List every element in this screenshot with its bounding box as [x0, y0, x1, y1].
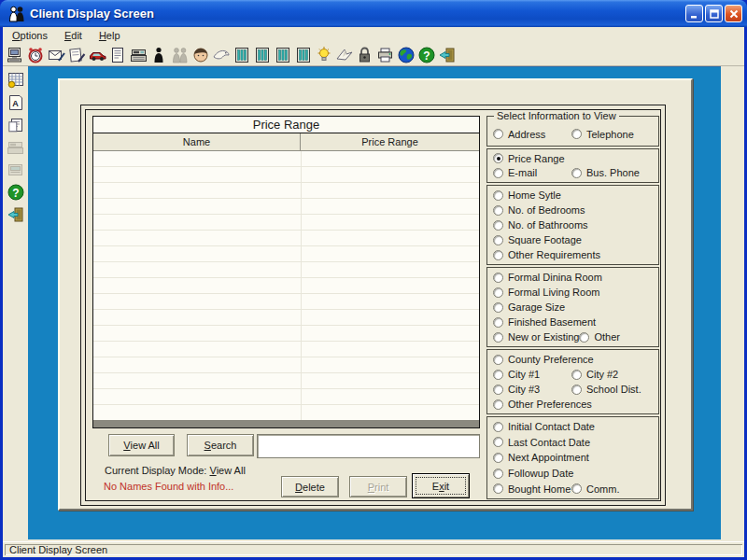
menu-help[interactable]: Help [97, 29, 122, 42]
radio-circle [493, 235, 503, 245]
lock-icon[interactable] [355, 45, 375, 65]
table-row[interactable] [93, 151, 479, 167]
radio-square-footage[interactable]: Square Footage [493, 234, 582, 245]
radio-no-of-bathrooms[interactable]: No. of Bathrooms [493, 219, 588, 231]
document-icon[interactable] [108, 45, 129, 65]
svg-text:?: ? [423, 49, 430, 62]
radio-address[interactable]: Address [493, 129, 571, 140]
radio-formal-dinina-room[interactable]: Formal Dinina Room [493, 272, 602, 283]
radio-initial-contact-date[interactable]: Initial Contact Date [493, 421, 595, 432]
radio-city-2[interactable]: City #2 [571, 369, 618, 380]
radio-price-range[interactable]: Price Range [493, 153, 565, 164]
people-disabled-icon[interactable] [170, 45, 190, 65]
printer-icon[interactable] [375, 45, 396, 65]
radio-label: Other Preferences [508, 399, 592, 410]
exit-icon[interactable] [437, 45, 458, 65]
radio-last-contact-date[interactable]: Last Contact Date [493, 437, 590, 448]
table-row[interactable] [93, 357, 479, 373]
door-icon[interactable] [293, 45, 314, 65]
app-icon [7, 5, 26, 23]
radio-bus-phone[interactable]: Bus. Phone [571, 167, 640, 178]
radio-bought-home[interactable]: Bought Home [493, 483, 571, 495]
table-row[interactable] [93, 389, 479, 405]
radio-circle [571, 168, 582, 178]
radio-formal-living-room[interactable]: Formal Living Room [493, 287, 599, 298]
font-a-icon[interactable]: A [6, 92, 26, 112]
search-input[interactable] [257, 434, 480, 458]
table-row[interactable] [93, 310, 479, 326]
radio-county-preference[interactable]: County Preference [493, 354, 594, 365]
radio-finished-basement[interactable]: Finished Basement [493, 316, 596, 328]
door-icon[interactable] [252, 45, 273, 65]
help-icon[interactable]: ? [416, 45, 437, 65]
table-row[interactable] [93, 199, 479, 215]
mail-icon[interactable] [47, 45, 67, 65]
close-button[interactable] [725, 5, 742, 22]
title-bar[interactable]: Client Display Screen [0, 0, 747, 27]
info-group-1: Select Information to ViewAddressTelepho… [486, 116, 659, 147]
table-row[interactable] [93, 183, 479, 199]
menu-edit[interactable]: Edit [63, 29, 84, 42]
globe-icon[interactable] [396, 45, 416, 65]
delete-button[interactable]: Delete [281, 476, 339, 497]
search-button[interactable]: Search [187, 434, 254, 456]
table-row[interactable] [93, 215, 479, 231]
radio-followup-date[interactable]: Followup Date [493, 468, 573, 479]
radio-circle [493, 273, 503, 283]
register-disabled-icon[interactable] [6, 137, 26, 157]
table-row[interactable] [93, 231, 479, 246]
radio-garage-size[interactable]: Garage Size [493, 301, 565, 313]
exit-icon[interactable] [6, 204, 26, 224]
print-button[interactable]: Print [349, 476, 407, 497]
radio-home-sytle[interactable]: Home Sytle [493, 189, 561, 201]
maximize-button[interactable] [705, 5, 723, 22]
table-row[interactable] [93, 373, 479, 389]
view-all-button[interactable]: View All [108, 434, 175, 456]
grid-coin-icon[interactable] [6, 70, 26, 90]
table-row[interactable] [93, 262, 479, 278]
clock-icon[interactable] [26, 45, 47, 65]
radio-e-mail[interactable]: E-mail [493, 167, 571, 178]
table-row[interactable] [93, 405, 479, 420]
svg-text:A: A [12, 98, 19, 107]
table-row[interactable] [93, 167, 479, 183]
radio-other-preferences[interactable]: Other Preferences [493, 399, 592, 410]
table-row[interactable] [93, 278, 479, 294]
computer-icon[interactable] [6, 45, 26, 65]
radio-new-or-existing[interactable]: New or Existing [493, 331, 579, 343]
radio-school-dist[interactable]: School Dist. [571, 384, 641, 395]
notes-icon[interactable] [67, 45, 88, 65]
hand-icon[interactable] [211, 45, 232, 65]
radio-label: City #2 [586, 369, 618, 380]
radio-city-3[interactable]: City #3 [493, 384, 571, 395]
radio-city-1[interactable]: City #1 [493, 369, 571, 380]
radio-next-appointment[interactable]: Next Appointment [493, 452, 589, 463]
bulb-icon[interactable] [314, 45, 334, 65]
paper-icon[interactable] [334, 45, 355, 65]
exit-button[interactable]: Exit [412, 473, 470, 498]
document-disabled-icon[interactable] [6, 160, 26, 179]
radio-comm[interactable]: Comm. [571, 483, 619, 495]
minimize-button[interactable] [685, 5, 703, 22]
person-icon[interactable] [149, 45, 170, 65]
radio-circle [571, 129, 582, 139]
table-row[interactable] [93, 326, 479, 342]
register-icon[interactable] [129, 45, 149, 65]
table-row[interactable] [93, 294, 479, 310]
door-icon[interactable] [273, 45, 293, 65]
clipboard-icon[interactable] [6, 115, 26, 134]
radio-no-of-bedrooms[interactable]: No. of Bedrooms [493, 204, 585, 216]
door-icon[interactable] [232, 45, 252, 65]
table-row[interactable] [93, 246, 479, 262]
outer-frame: Price Range Name Price Range View All Se… [80, 105, 666, 506]
help-icon[interactable]: ? [6, 182, 26, 202]
menu-options[interactable]: Options [10, 29, 49, 42]
car-icon[interactable] [88, 45, 108, 65]
radio-other[interactable]: Other [579, 331, 620, 343]
radio-telephone[interactable]: Telephone [571, 129, 634, 140]
radio-other-requirements[interactable]: Other Requirements [493, 249, 600, 260]
radio-label: Initial Contact Date [508, 421, 595, 432]
table-row[interactable] [93, 342, 479, 357]
table-hscrollbar[interactable] [93, 420, 479, 427]
face-icon[interactable] [190, 45, 211, 65]
